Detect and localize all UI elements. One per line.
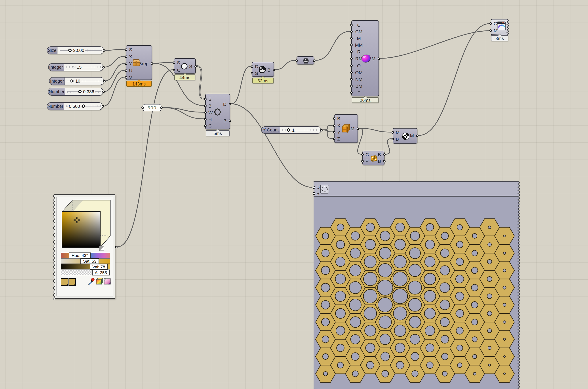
input-grip-create-material-OM[interactable] <box>350 71 353 74</box>
wire[interactable] <box>104 49 125 50</box>
output-grip-box-array-M[interactable] <box>357 128 359 130</box>
input-grip-create-material-NM[interactable] <box>350 78 353 80</box>
input-grip-create-material-BM[interactable] <box>350 85 353 87</box>
preview-panel-grip-R[interactable] <box>313 193 315 195</box>
input-grip-hex-param-0[interactable] <box>295 60 298 62</box>
input-grip-populate-H[interactable] <box>204 118 207 120</box>
input-grip-populate-W[interactable] <box>204 111 207 114</box>
input-grip-mesh-checker-B[interactable] <box>392 138 394 140</box>
panel-600-input-grip[interactable] <box>141 106 144 109</box>
input-grip-box-array-Z[interactable] <box>333 138 335 140</box>
output-grip-mesh-checker-M[interactable] <box>416 134 419 137</box>
slider-output-grip-size[interactable] <box>103 49 105 52</box>
input-grip-random-reduce-C[interactable] <box>361 153 364 156</box>
sv-cursor[interactable] <box>74 217 80 223</box>
saturation-bar[interactable]: Sat: 53 <box>61 259 110 264</box>
color-output-grip[interactable] <box>115 246 118 248</box>
slider-track-y-count[interactable]: 1 <box>282 127 319 133</box>
slider-track-integer-10[interactable]: 10 <box>67 78 102 85</box>
output-grip-random-reduce-B[interactable] <box>383 160 386 162</box>
input-grip-custom-preview-G[interactable] <box>490 22 492 25</box>
input-grip-box-array-X[interactable] <box>333 124 335 127</box>
node-image-sampler[interactable]: DSB 63ms <box>252 62 274 77</box>
input-grip-brep-box-V[interactable] <box>125 76 127 79</box>
slider-track-number-0500[interactable]: 0.500 <box>66 103 100 110</box>
input-grip-create-material-O[interactable] <box>350 65 353 67</box>
wire[interactable] <box>386 139 391 154</box>
input-grip-brep-box-Y[interactable] <box>125 63 127 65</box>
preview-panel-grip-D[interactable] <box>313 186 315 189</box>
wire[interactable] <box>419 24 490 135</box>
alpha-bar[interactable]: A: 255 <box>61 270 110 275</box>
wire[interactable] <box>231 104 312 187</box>
input-grip-mesh-checker-M[interactable] <box>392 131 394 134</box>
input-grip-random-reduce-P[interactable] <box>361 160 364 162</box>
node-custom-preview[interactable]: GM 8ms <box>491 19 509 35</box>
output-grip-sphere-S[interactable] <box>195 65 197 67</box>
node-sphere[interactable]: SCS44ms <box>174 58 196 74</box>
slider-track-integer-15[interactable]: 15 <box>66 64 101 71</box>
wire[interactable] <box>323 125 333 130</box>
hue-bar[interactable]: Hue: 43° <box>61 253 110 258</box>
node-populate[interactable]: SBWHCDB 5ms <box>205 94 230 130</box>
grasshopper-canvas[interactable]: DR SXYUVBrep 143msSCS44msSBWHCDB 5msDSB … <box>0 0 588 389</box>
input-grip-create-material-M[interactable] <box>350 37 353 39</box>
node-create-material[interactable]: CCMMMMRRMOOMNMBMFM 26ms <box>351 20 379 96</box>
wire[interactable] <box>231 66 251 104</box>
output-grip-random-reduce-B[interactable] <box>383 153 386 156</box>
color-cube[interactable] <box>59 198 112 252</box>
slider-size[interactable]: Size20.00 <box>47 46 104 54</box>
output-grip-image-sampler-B[interactable] <box>273 69 275 71</box>
slider-knob-size[interactable] <box>68 49 72 52</box>
input-grip-create-material-R[interactable] <box>350 51 353 53</box>
input-grip-create-material-CM[interactable] <box>350 31 353 33</box>
input-grip-populate-C[interactable] <box>204 125 207 127</box>
input-grip-image-sampler-S[interactable] <box>251 72 253 74</box>
sv-corner-handle[interactable] <box>99 246 104 251</box>
saturation-value-square[interactable] <box>62 211 100 248</box>
input-grip-create-material-MM[interactable] <box>350 44 353 46</box>
input-grip-brep-box-U[interactable] <box>125 69 127 72</box>
slider-knob-number-0500[interactable] <box>82 104 85 108</box>
input-grip-sphere-C[interactable] <box>173 69 175 71</box>
slider-integer-10[interactable]: Integer10 <box>49 77 104 85</box>
wire[interactable] <box>104 64 125 81</box>
output-grip-create-material-M[interactable] <box>378 58 380 60</box>
input-grip-custom-preview-M[interactable] <box>490 29 492 32</box>
slider-output-grip-number-0336[interactable] <box>102 91 105 93</box>
output-grip-populate-D[interactable] <box>229 103 231 105</box>
current-color-swatch[interactable] <box>61 278 68 286</box>
wire[interactable] <box>103 56 125 67</box>
wire[interactable] <box>323 130 333 138</box>
input-grip-populate-B[interactable] <box>204 105 207 107</box>
input-grip-create-material-F[interactable] <box>350 92 353 94</box>
preview-panel[interactable]: DR <box>313 181 521 389</box>
input-grip-image-sampler-D[interactable] <box>251 65 253 68</box>
wire[interactable] <box>316 31 350 60</box>
input-grip-populate-S[interactable] <box>204 98 207 100</box>
wire[interactable] <box>358 128 363 154</box>
slider-output-grip-y-count[interactable] <box>320 129 323 131</box>
input-grip-create-material-C[interactable] <box>350 24 353 26</box>
slider-output-grip-integer-15[interactable] <box>102 66 105 68</box>
output-grip-populate-B[interactable] <box>229 120 231 122</box>
wire[interactable] <box>118 70 173 247</box>
input-grip-create-material-RM[interactable] <box>350 58 353 60</box>
slider-knob-number-0336[interactable] <box>78 90 82 93</box>
input-grip-box-array-B[interactable] <box>333 117 335 120</box>
slider-number-0336[interactable]: Number0.336 <box>48 88 103 96</box>
input-grip-box-array-Y[interactable] <box>333 131 335 133</box>
panel-600-output-grip[interactable] <box>160 106 163 109</box>
slider-y-count[interactable]: Y Count1 <box>261 126 321 134</box>
previous-color-swatch[interactable] <box>68 278 76 286</box>
slider-track-number-0336[interactable]: 0.336 <box>67 88 101 95</box>
wire[interactable] <box>163 108 204 119</box>
wire[interactable] <box>275 60 295 69</box>
node-mesh-checker[interactable]: MBM <box>393 128 417 144</box>
node-box-array[interactable]: BXYZM <box>334 114 358 143</box>
output-grip-brep-box-Brep[interactable] <box>151 62 153 65</box>
node-hex-param[interactable] <box>296 56 314 65</box>
slider-number-0500[interactable]: Number0.500 <box>47 102 103 110</box>
node-random-reduce[interactable]: CPBB <box>362 151 385 165</box>
input-grip-brep-box-X[interactable] <box>125 55 127 58</box>
